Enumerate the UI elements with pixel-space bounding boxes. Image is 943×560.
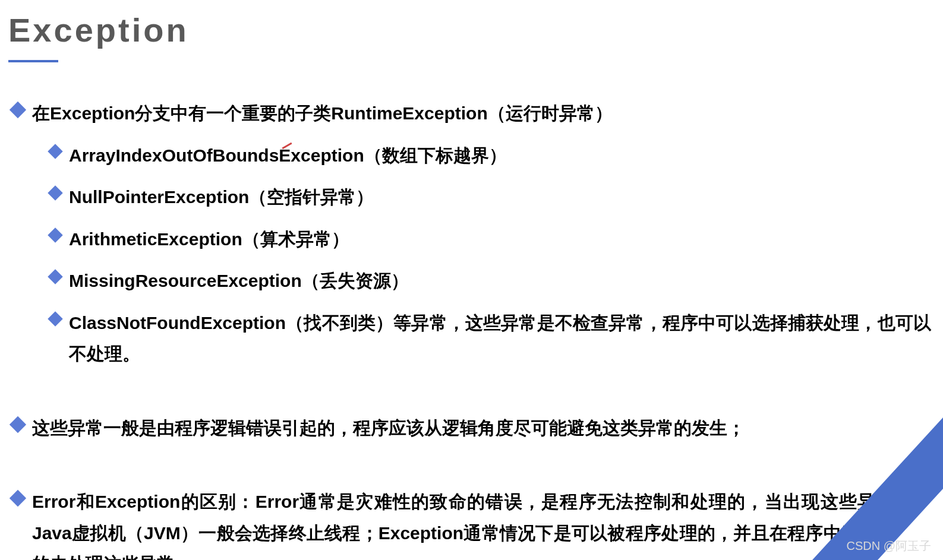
diamond-bullet-icon — [48, 311, 62, 326]
diamond-bullet-icon — [48, 227, 62, 242]
bullet-level2: ClassNotFoundException（找不到类）等异常，这些异常是不检查… — [12, 308, 931, 370]
bullet-level2: ArrayIndexOutOfBoundsException（数组下标越界） — [12, 140, 931, 172]
diamond-bullet-icon — [10, 102, 26, 118]
spacer — [12, 454, 931, 486]
bullet-level1: Error和Exception的区别：Error通常是灾难性的致命的错误，是程序… — [12, 486, 931, 560]
bullet-text: Error和Exception的区别：Error通常是灾难性的致命的错误，是程序… — [32, 486, 931, 560]
bullet-text: 在Exception分支中有一个重要的子类RuntimeException（运行… — [32, 98, 613, 129]
bullet-level1: 在Exception分支中有一个重要的子类RuntimeException（运行… — [12, 98, 931, 129]
spacer — [12, 381, 931, 413]
bullet-text: ClassNotFoundException（找不到类）等异常，这些异常是不检查… — [69, 308, 931, 370]
slide-title: Exception — [0, 0, 943, 49]
watermark-text: CSDN @阿玉子 — [846, 538, 931, 554]
diamond-bullet-icon — [10, 490, 26, 507]
bullet-level2: ArithmeticException（算术异常） — [12, 224, 931, 255]
bullet-text: 这些异常一般是由程序逻辑错误引起的，程序应该从逻辑角度尽可能避免这类异常的发生； — [32, 413, 745, 444]
diamond-bullet-icon — [48, 144, 62, 159]
bullet-level1: 这些异常一般是由程序逻辑错误引起的，程序应该从逻辑角度尽可能避免这类异常的发生； — [12, 413, 931, 444]
bullet-level2: MissingResourceException（丢失资源） — [12, 265, 931, 297]
bullet-text: MissingResourceException（丢失资源） — [69, 265, 409, 297]
diamond-bullet-icon — [10, 416, 26, 432]
bullet-text: ArithmeticException（算术异常） — [69, 224, 349, 255]
slide-content: 在Exception分支中有一个重要的子类RuntimeException（运行… — [0, 62, 943, 560]
diamond-bullet-icon — [48, 185, 62, 200]
bullet-text: NullPointerException（空指针异常） — [69, 182, 374, 213]
diamond-bullet-icon — [48, 269, 62, 284]
bullet-level2: NullPointerException（空指针异常） — [12, 182, 931, 213]
